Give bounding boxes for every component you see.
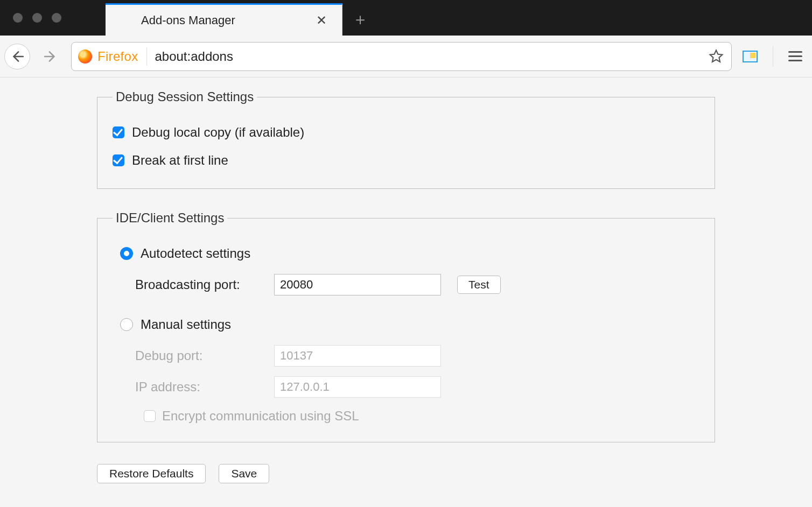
broadcasting-port-input[interactable] [274,274,441,295]
app-menu-button[interactable] [788,51,802,61]
break-first-line-row: Break at first line [113,153,699,168]
broadcasting-port-label: Broadcasting port: [135,277,258,292]
window-zoom-dot[interactable] [52,13,61,23]
autodetect-subgroup: Broadcasting port: Test [113,274,699,295]
autodetect-label: Autodetect settings [141,246,250,261]
ssl-checkbox[interactable] [144,410,156,422]
break-first-line-checkbox[interactable] [113,154,124,166]
ssl-row: Encrypt communication using SSL [135,409,699,424]
ip-address-label: IP address: [135,379,258,395]
site-identity[interactable]: Firefox [78,47,147,66]
ssl-label: Encrypt communication using SSL [162,409,359,424]
arrow-left-icon [10,50,24,64]
restore-defaults-button[interactable]: Restore Defaults [97,464,206,483]
manual-radio[interactable] [120,318,133,331]
toolbar-divider [773,46,773,67]
save-button[interactable]: Save [219,464,269,483]
new-tab-button[interactable]: ＋ [342,3,378,36]
url-bar[interactable]: Firefox about:addons [71,42,732,71]
autodetect-row: Autodetect settings [120,246,699,261]
debug-local-copy-row: Debug local copy (if available) [113,125,699,140]
window-tabstrip: Add-ons Manager ✕ ＋ [0,0,812,36]
addons-settings-page: Debug Session Settings Debug local copy … [0,78,812,505]
tab-title: Add-ons Manager [141,13,302,27]
debug-local-copy-checkbox[interactable] [113,126,124,138]
bookmark-star-icon[interactable] [709,49,724,64]
manual-label: Manual settings [141,317,231,332]
manual-subgroup: Debug port: IP address: Encrypt communic… [113,345,699,424]
tab-close-button[interactable]: ✕ [312,11,331,30]
ide-client-settings-group: IDE/Client Settings Autodetect settings … [97,210,715,442]
action-buttons: Restore Defaults Save [97,464,715,483]
ip-address-input[interactable] [274,376,441,398]
debug-session-settings-group: Debug Session Settings Debug local copy … [97,89,715,189]
screenshot-icon[interactable] [743,51,758,62]
manual-row: Manual settings [120,317,699,332]
window-close-dot[interactable] [13,13,23,23]
browser-toolbar: Firefox about:addons [0,36,812,78]
url-text[interactable]: about:addons [155,49,701,64]
nav-back-button[interactable] [4,44,30,69]
ip-address-row: IP address: [135,376,699,398]
arrow-right-icon [44,50,58,64]
test-button[interactable]: Test [457,276,501,294]
debug-local-copy-label: Debug local copy (if available) [132,125,304,140]
debug-port-row: Debug port: [135,345,699,367]
browser-tab-active[interactable]: Add-ons Manager ✕ [106,3,342,36]
window-controls [9,0,68,36]
autodetect-radio[interactable] [120,247,133,260]
firefox-logo-icon [78,50,92,64]
toolbar-right [739,46,802,67]
debug-session-legend: Debug Session Settings [113,89,257,104]
site-identity-label: Firefox [97,49,138,64]
ide-client-legend: IDE/Client Settings [113,210,227,226]
broadcasting-port-row: Broadcasting port: Test [135,274,699,295]
puzzle-icon [117,13,131,27]
nav-forward-button[interactable] [38,44,64,69]
debug-port-label: Debug port: [135,348,258,363]
debug-port-input[interactable] [274,345,441,367]
break-first-line-label: Break at first line [132,153,228,168]
window-minimize-dot[interactable] [32,13,42,23]
